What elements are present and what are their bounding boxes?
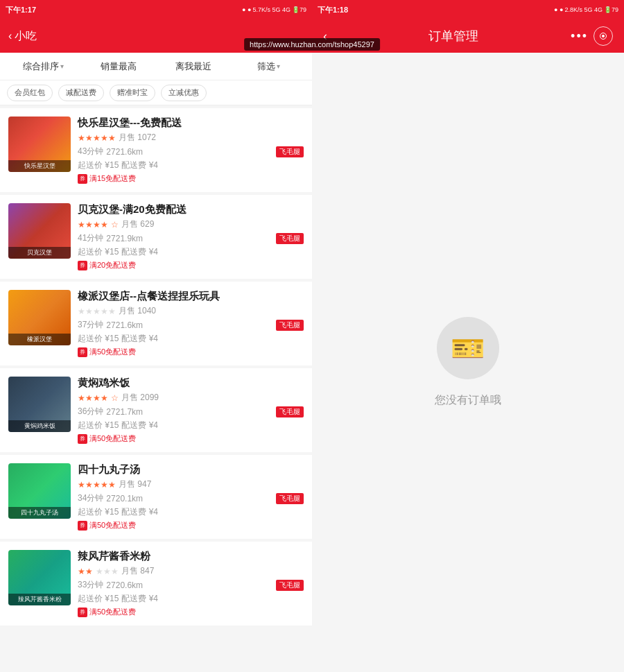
monthly-sales-1: 月售 629 (121, 218, 154, 230)
stars-4: ★★★★★ (78, 480, 116, 490)
restaurant-card-1[interactable]: 贝克汉堡 贝克汉堡-满20免费配送 ★★★★☆ 月售 629 41分钟 2721… (0, 195, 312, 279)
promo-4: 券 满50免配送费 (78, 520, 304, 531)
promo-0: 券 满15免配送费 (78, 173, 304, 184)
order-camera-button[interactable] (593, 26, 613, 46)
min-delivery-2: 起送价 ¥15 (78, 333, 119, 345)
restaurant-name-3: 黄焖鸡米饭 (78, 377, 304, 390)
img-label-2: 橡派汉堡 (8, 334, 71, 345)
delivery-fee-4: 配送费 ¥4 (121, 506, 158, 518)
signal-text-right: 2.8K/s 5G 4G (564, 6, 603, 13)
battery-right: 🔋79 (604, 6, 618, 13)
distance-0: 2721.6km (106, 147, 143, 157)
restaurant-card-3[interactable]: 黄焖鸡米饭 黄焖鸡米饭 ★★★★☆ 月售 2099 36分钟 2721.7km … (0, 368, 312, 452)
price-row-5: 起送价 ¥15 配送费 ¥4 (78, 593, 304, 605)
restaurant-list: 快乐星汉堡 快乐星汉堡---免费配送 ★★★★★ 月售 1072 43分钟 27… (0, 108, 312, 672)
img-label-3: 黄焖鸡米饭 (8, 420, 71, 432)
star-row-5: ★★★★★ 月售 847 (78, 565, 304, 577)
promo-3: 券 满50免配送费 (78, 433, 304, 444)
order-dots-button[interactable]: ••• (571, 29, 588, 44)
filter-tab-1[interactable]: 销量最高 (81, 53, 157, 80)
delivery-fee-3: 配送费 ¥4 (121, 420, 158, 431)
order-title: 订单管理 (336, 28, 571, 44)
filter-tab-3[interactable]: 筛选 ▾ (232, 53, 307, 80)
restaurant-name-1: 贝克汉堡-满20免费配送 (78, 203, 304, 216)
time-1: 41分钟 (78, 232, 103, 244)
promo-text-0: 满15免配送费 (89, 173, 136, 184)
indicators-right: ● ● 2.8K/s 5G 4G 🔋79 (554, 6, 618, 13)
meta-row-5: 33分钟 2720.6km 飞毛腿 (78, 579, 304, 591)
price-row-1: 起送价 ¥15 配送费 ¥4 (78, 246, 304, 258)
promo-icon-2: 券 (78, 347, 87, 357)
tag-member-redpacket[interactable]: 会员红包 (7, 85, 53, 101)
back-button[interactable]: ‹ 小吃 (8, 29, 37, 44)
tag-gift-punctual[interactable]: 赠准时宝 (110, 85, 155, 101)
right-panel: 下午1:18 ● ● 2.8K/s 5G 4G 🔋79 ‹ 订单管理 ••• h… (312, 0, 624, 672)
img-label-1: 贝克汉堡 (8, 247, 71, 259)
promo-text-5: 满50免配送费 (89, 607, 136, 617)
restaurant-card-4[interactable]: 四十九丸子汤 四十九丸子汤 ★★★★★ 月售 947 34分钟 2720.1km… (0, 455, 312, 539)
promo-icon-5: 券 (78, 608, 87, 617)
price-row-2: 起送价 ¥15 配送费 ¥4 (78, 333, 304, 345)
restaurant-name-2: 橡派汉堡店--点餐送捏捏乐玩具 (78, 290, 304, 303)
star-row-4: ★★★★★ 月售 947 (78, 479, 304, 490)
restaurant-card-2[interactable]: 橡派汉堡 橡派汉堡店--点餐送捏捏乐玩具 ★★★★★ 月售 1040 37分钟 … (0, 282, 312, 365)
time-left: 下午1:17 (6, 5, 36, 15)
filter-tab-2[interactable]: 离我最近 (156, 53, 232, 80)
stars-5-empty: ★★★ (96, 567, 119, 576)
restaurant-info-3: 黄焖鸡米饭 ★★★★☆ 月售 2099 36分钟 2721.7km 飞毛腿 起送… (78, 377, 304, 444)
signal-text: 5.7K/s 5G 4G (252, 6, 291, 13)
min-delivery-4: 起送价 ¥15 (78, 506, 119, 518)
meta-row-2: 37分钟 2721.6km 飞毛腿 (78, 319, 304, 331)
network-indicator: ● ● (242, 6, 251, 13)
promo-text-4: 满50免配送费 (89, 520, 136, 531)
star-row-0: ★★★★★ 月售 1072 (78, 132, 304, 144)
promo-text-3: 满50免配送费 (89, 433, 136, 444)
min-delivery-5: 起送价 ¥15 (78, 593, 119, 605)
nav-bar-left: ‹ 小吃 (0, 19, 312, 53)
min-delivery-1: 起送价 ¥15 (78, 246, 119, 258)
ticket-icon: 🎫 (451, 332, 485, 365)
restaurant-info-5: 辣风芹酱香米粉 ★★★★★ 月售 847 33分钟 2720.6km 飞毛腿 起… (78, 550, 304, 617)
min-delivery-3: 起送价 ¥15 (78, 420, 119, 431)
filter-arrow-0: ▾ (60, 62, 64, 70)
delivery-tag-1: 飞毛腿 (276, 233, 304, 244)
delivery-fee-0: 配送费 ¥4 (121, 160, 158, 171)
order-nav: ‹ 订单管理 ••• (312, 19, 624, 53)
restaurant-card-5[interactable]: 辣风芹酱香米粉 辣风芹酱香米粉 ★★★★★ 月售 847 33分钟 2720.6… (0, 542, 312, 626)
restaurant-image-5: 辣风芹酱香米粉 (8, 550, 71, 605)
star-row-3: ★★★★☆ 月售 2099 (78, 392, 304, 404)
filter-label-1: 销量最高 (101, 60, 137, 73)
promo-icon-3: 券 (78, 434, 87, 444)
monthly-sales-4: 月售 947 (119, 479, 151, 490)
filter-tab-0[interactable]: 综合排序 ▾ (6, 53, 81, 80)
order-empty-state: 🎫 您没有订单哦 (312, 53, 624, 672)
promo-2: 券 满50免配送费 (78, 347, 304, 357)
tag-instant-discount[interactable]: 立减优惠 (161, 85, 207, 101)
order-back-icon[interactable]: ‹ (323, 29, 327, 44)
tag-reduce-delivery[interactable]: 减配送费 (58, 85, 104, 101)
delivery-tag-3: 飞毛腿 (276, 406, 304, 417)
restaurant-card-0[interactable]: 快乐星汉堡 快乐星汉堡---免费配送 ★★★★★ 月售 1072 43分钟 27… (0, 108, 312, 192)
network-indicator-right: ● ● (554, 6, 563, 13)
status-bar-left: 下午1:17 ● ● 5.7K/s 5G 4G 🔋79 (0, 0, 312, 19)
restaurant-image-3: 黄焖鸡米饭 (8, 377, 71, 432)
delivery-fee-1: 配送费 ¥4 (121, 246, 158, 258)
stars-5-filled: ★★ (78, 567, 93, 576)
delivery-tag-4: 飞毛腿 (276, 493, 304, 504)
tag-row: 会员红包 减配送费 赠准时宝 立减优惠 (0, 80, 312, 105)
promo-text-2: 满50免配送费 (89, 347, 136, 357)
empty-icon-wrapper: 🎫 (437, 317, 499, 379)
price-row-0: 起送价 ¥15 配送费 ¥4 (78, 160, 304, 171)
battery-left: 🔋79 (292, 6, 306, 13)
meta-row-1: 41分钟 2721.9km 飞毛腿 (78, 232, 304, 244)
distance-3: 2721.7km (106, 407, 143, 417)
price-row-4: 起送价 ¥15 配送费 ¥4 (78, 506, 304, 518)
meta-row-0: 43分钟 2721.6km 飞毛腿 (78, 146, 304, 157)
restaurant-info-0: 快乐星汉堡---免费配送 ★★★★★ 月售 1072 43分钟 2721.6km… (78, 117, 304, 184)
restaurant-image-2: 橡派汉堡 (8, 290, 71, 345)
restaurant-image-1: 贝克汉堡 (8, 203, 71, 259)
meta-row-4: 34分钟 2720.1km 飞毛腿 (78, 492, 304, 504)
restaurant-name-0: 快乐星汉堡---免费配送 (78, 117, 304, 130)
restaurant-info-1: 贝克汉堡-满20免费配送 ★★★★☆ 月售 629 41分钟 2721.9km … (78, 203, 304, 270)
order-right-controls: ••• (571, 26, 613, 46)
